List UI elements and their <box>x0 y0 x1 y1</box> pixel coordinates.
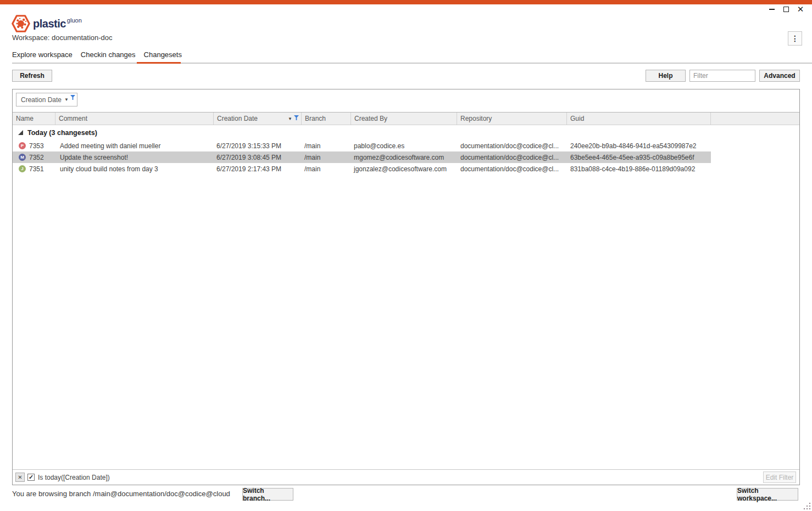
changeset-repository: documentation/doc@codice@cl... <box>457 151 567 163</box>
changeset-name-cell: M7352 <box>13 151 55 163</box>
creation-date-header-icons: ▼ <box>288 115 301 122</box>
changeset-number: 7352 <box>29 154 44 161</box>
table-row[interactable]: P7353Added meeting with daniel mueller6/… <box>13 140 799 151</box>
tab-explore-workspace[interactable]: Explore workspace <box>12 50 73 63</box>
avatar: P <box>19 142 26 149</box>
column-header-filler <box>711 113 799 125</box>
table-row[interactable]: J7351unity cloud build notes from day 36… <box>13 163 799 175</box>
group-row-label: Today (3 changesets) <box>27 129 97 137</box>
options-menu-button[interactable]: ⋮ <box>788 31 802 46</box>
changeset-date: 6/27/2019 3:08:45 PM <box>214 151 302 163</box>
changeset-comment: unity cloud build notes from day 3 <box>55 163 214 175</box>
check-icon: ✓ <box>29 474 34 480</box>
switch-workspace-button[interactable]: Switch workspace... <box>737 488 798 501</box>
brand-subname: gluon <box>67 17 82 24</box>
changeset-repository: documentation/doc@codice@cl... <box>457 163 567 175</box>
changeset-comment: Added meeting with daniel mueller <box>55 140 214 151</box>
table-header: Name Comment Creation Date ▼ Branch Crea… <box>13 112 799 125</box>
chevron-down-icon: ▼ <box>64 97 69 102</box>
column-header-name[interactable]: Name <box>13 113 55 125</box>
changeset-branch: /main <box>302 163 351 175</box>
window-accent-bar <box>0 0 812 4</box>
plastic-splat-icon <box>11 13 31 34</box>
changeset-created-by: jgonzalez@codicesoftware.com <box>351 163 457 175</box>
app-logo: plastic gluon <box>11 13 82 34</box>
changesets-panel: Creation Date ▼ Name Comment Creation Da… <box>12 89 800 485</box>
expander-icon[interactable] <box>18 129 23 137</box>
changeset-rows: P7353Added meeting with daniel mueller6/… <box>13 140 799 175</box>
filter-checkbox[interactable]: ✓ <box>27 474 35 481</box>
table-body: Today (3 changesets) P7353Added meeting … <box>13 126 799 175</box>
remove-filter-button[interactable]: ✕ <box>15 473 25 482</box>
kebab-icon: ⋮ <box>791 34 799 43</box>
row-filler <box>711 151 799 163</box>
column-header-branch[interactable]: Branch <box>302 113 351 125</box>
changeset-guid: 831ba088-c4ce-4b19-886e-01189d09a092 <box>567 163 711 175</box>
group-by-dropdown[interactable]: Creation Date ▼ <box>16 93 77 106</box>
close-icon: ✕ <box>18 474 22 480</box>
changeset-number: 7351 <box>29 165 44 173</box>
column-header-creation-date[interactable]: Creation Date ▼ <box>214 113 302 125</box>
changeset-name-cell: P7353 <box>13 140 55 151</box>
main-tabs: Explore workspace Checkin changes Change… <box>12 50 182 63</box>
column-header-comment[interactable]: Comment <box>55 113 214 125</box>
filter-input[interactable] <box>689 70 755 82</box>
row-filler <box>711 163 799 175</box>
changeset-name-cell: J7351 <box>13 163 55 175</box>
switch-branch-button[interactable]: Switch branch... <box>242 488 293 501</box>
window-controls: ✕ <box>765 4 808 15</box>
edit-filter-button[interactable]: Edit Filter <box>763 471 796 483</box>
column-header-guid[interactable]: Guid <box>567 113 711 125</box>
changeset-repository: documentation/doc@codice@cl... <box>457 140 567 151</box>
refresh-button[interactable]: Refresh <box>12 70 52 82</box>
workspace-label: Workspace: documentation-doc <box>12 33 113 42</box>
filter-funnel-icon <box>294 115 299 122</box>
column-header-creation-date-label: Creation Date <box>217 115 258 122</box>
filter-condition-label: Is today([Creation Date]) <box>38 474 110 481</box>
changeset-guid: 63be5ee4-465e-45ee-a935-c09a8be95e6f <box>567 151 711 163</box>
changeset-number: 7353 <box>29 142 44 150</box>
avatar: J <box>19 165 26 172</box>
close-button[interactable]: ✕ <box>793 4 808 15</box>
row-filler <box>711 140 799 151</box>
changeset-created-by: mgomez@codicesoftware.com <box>351 151 457 163</box>
advanced-button[interactable]: Advanced <box>759 70 800 82</box>
changeset-comment: Update the screenshot! <box>55 151 214 163</box>
brand-name: plastic <box>33 18 66 30</box>
changeset-created-by: pablo@codice.es <box>351 140 457 151</box>
sort-desc-icon: ▼ <box>288 116 292 121</box>
maximize-button[interactable] <box>779 4 793 15</box>
filter-condition-bar: ✕ ✓ Is today([Creation Date]) Edit Filte… <box>13 469 799 485</box>
tab-checkin-changes[interactable]: Checkin changes <box>81 50 136 63</box>
minimize-button[interactable] <box>765 4 779 15</box>
filter-funnel-icon <box>70 94 75 102</box>
tab-changesets[interactable]: Changesets <box>144 50 182 63</box>
changeset-guid: 240ee20b-b9ab-4846-941d-ea54309987e2 <box>567 140 711 151</box>
help-button[interactable]: Help <box>646 70 686 82</box>
resize-grip[interactable] <box>803 502 810 509</box>
changeset-date: 6/27/2019 3:15:33 PM <box>214 140 302 151</box>
tab-divider <box>12 63 812 64</box>
group-by-dropdown-label: Creation Date <box>21 96 62 104</box>
column-header-created-by[interactable]: Created By <box>351 113 457 125</box>
changeset-branch: /main <box>302 140 351 151</box>
changeset-date: 6/27/2019 2:17:43 PM <box>214 163 302 175</box>
active-tab-underline <box>137 62 181 64</box>
browsing-branch-status: You are browsing branch /main@documentat… <box>12 490 230 498</box>
table-row[interactable]: M7352Update the screenshot!6/27/2019 3:0… <box>13 151 799 163</box>
column-header-repository[interactable]: Repository <box>457 113 567 125</box>
group-row-today[interactable]: Today (3 changesets) <box>13 126 799 140</box>
changeset-branch: /main <box>302 151 351 163</box>
avatar: M <box>19 154 26 161</box>
